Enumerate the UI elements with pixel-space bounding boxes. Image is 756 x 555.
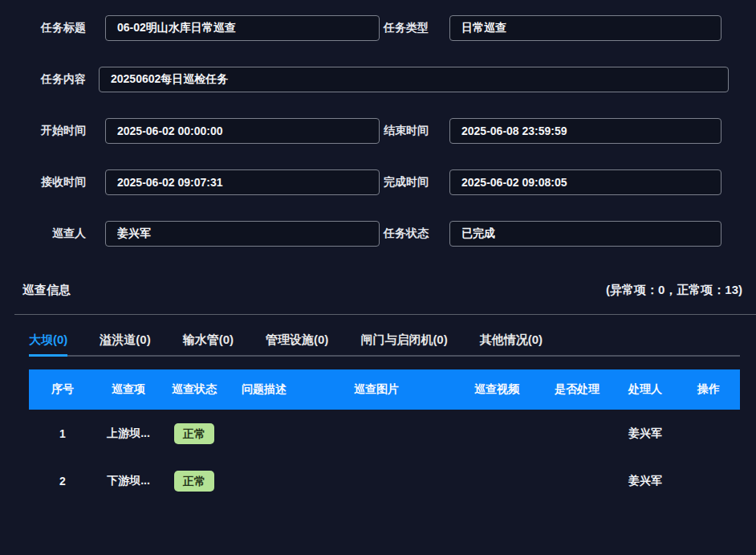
header-inspection-video: 巡查视频	[453, 369, 541, 410]
cell-inspection-status: 正常	[161, 457, 228, 504]
tab-spillway[interactable]: 溢洪道(0)	[100, 326, 150, 355]
start-time-input[interactable]	[105, 118, 380, 144]
header-action: 操作	[677, 369, 740, 410]
status-badge: 正常	[174, 471, 214, 492]
tab-management-facility[interactable]: 管理设施(0)	[266, 326, 328, 355]
inspector-input[interactable]	[105, 221, 380, 247]
header-handler: 处理人	[613, 369, 677, 410]
status-badge: 正常	[174, 423, 214, 444]
header-inspection-item: 巡查项	[96, 369, 161, 410]
cell-inspection-video	[453, 410, 541, 457]
tab-dam[interactable]: 大坝(0)	[29, 326, 67, 355]
finish-time-label: 完成时间	[380, 175, 429, 190]
task-content-label: 任务内容	[0, 72, 86, 87]
start-time-label: 开始时间	[0, 124, 86, 138]
section-summary: (异常项：0，正常项：13)	[606, 283, 742, 298]
task-content-input[interactable]	[99, 67, 729, 92]
end-time-label: 结束时间	[380, 124, 429, 138]
header-handled: 是否处理	[541, 369, 613, 410]
cell-handled	[541, 410, 613, 457]
task-title-input[interactable]	[105, 15, 380, 41]
tab-other[interactable]: 其他情况(0)	[480, 326, 543, 355]
form-row-start-end: 开始时间 结束时间	[0, 118, 756, 144]
task-title-label: 任务标题	[0, 21, 86, 35]
cell-problem-description	[228, 457, 300, 504]
section-divider	[14, 314, 756, 315]
cell-inspection-image	[300, 457, 453, 504]
cell-inspection-video	[453, 457, 541, 504]
table-row: 2 下游坝... 正常 姜兴军	[29, 457, 740, 504]
section-title: 巡查信息	[22, 283, 71, 298]
header-inspection-image: 巡查图片	[300, 369, 453, 410]
inspector-label: 巡查人	[0, 226, 86, 241]
form-row-title-type: 任务标题 任务类型	[0, 15, 756, 41]
cell-handled	[541, 457, 613, 504]
inspection-tabs: 大坝(0) 溢洪道(0) 输水管(0) 管理设施(0) 闸门与启闭机(0) 其他…	[29, 326, 740, 357]
cell-inspection-image	[300, 410, 453, 457]
cell-action	[677, 410, 740, 457]
end-time-input[interactable]	[449, 118, 721, 144]
table-row: 1 上游坝... 正常 姜兴军	[29, 410, 740, 457]
cell-handler: 姜兴军	[613, 410, 677, 457]
task-status-label: 任务状态	[380, 226, 429, 241]
cell-inspection-status: 正常	[161, 410, 228, 457]
cell-index: 1	[29, 410, 96, 457]
receive-time-input[interactable]	[105, 169, 380, 195]
tab-gate-hoist[interactable]: 闸门与启闭机(0)	[360, 326, 447, 355]
inspection-section-header: 巡查信息 (异常项：0，正常项：13)	[22, 283, 742, 298]
cell-handler: 姜兴军	[613, 457, 677, 504]
header-index: 序号	[29, 369, 96, 410]
table-header-row: 序号 巡查项 巡查状态 问题描述 巡查图片 巡查视频 是否处理 处理人 操作	[29, 369, 740, 410]
form-row-content: 任务内容	[0, 67, 756, 92]
task-type-input[interactable]	[449, 15, 721, 41]
cell-index: 2	[29, 457, 96, 504]
form-row-inspector-status: 巡查人 任务状态	[0, 221, 756, 247]
cell-inspection-item: 上游坝...	[96, 410, 161, 457]
header-inspection-status: 巡查状态	[161, 369, 228, 410]
task-status-input[interactable]	[449, 221, 721, 247]
inspection-table: 序号 巡查项 巡查状态 问题描述 巡查图片 巡查视频 是否处理 处理人 操作 1…	[29, 369, 740, 504]
finish-time-input[interactable]	[449, 169, 721, 195]
cell-problem-description	[228, 410, 300, 457]
cell-action	[677, 457, 740, 504]
tab-water-pipe[interactable]: 输水管(0)	[183, 326, 234, 355]
cell-inspection-item: 下游坝...	[96, 457, 161, 504]
task-type-label: 任务类型	[380, 21, 429, 35]
task-detail-form: 任务标题 任务类型 任务内容 开始时间 结束时间 接收时间 完成时间 巡查人 任…	[0, 0, 756, 247]
header-problem-description: 问题描述	[228, 369, 300, 410]
receive-time-label: 接收时间	[0, 175, 86, 190]
form-row-receive-finish: 接收时间 完成时间	[0, 169, 756, 195]
task-detail-page: 任务标题 任务类型 任务内容 开始时间 结束时间 接收时间 完成时间 巡查人 任…	[0, 0, 756, 555]
